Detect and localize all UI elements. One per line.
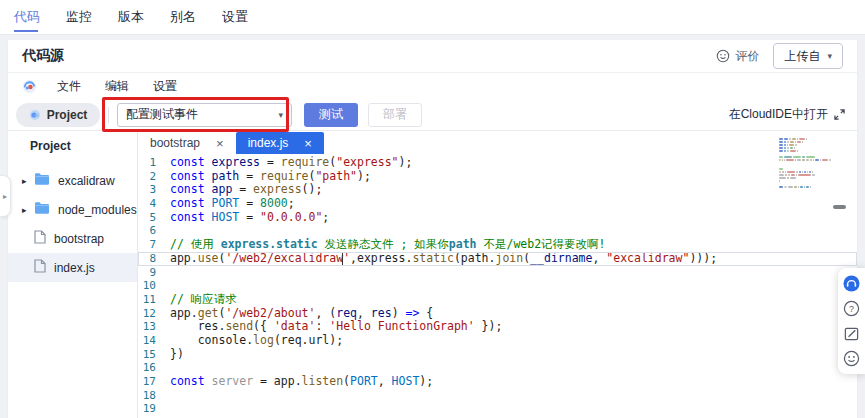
minimap-line: [779, 153, 831, 155]
line-number: 5: [138, 211, 170, 225]
file-icon: [34, 259, 54, 276]
tree-item-bootstrap[interactable]: bootstrap: [8, 224, 137, 253]
rate-button[interactable]: 评价: [716, 48, 759, 65]
minimap-line: [779, 162, 831, 164]
menu-item-设置[interactable]: 设置: [153, 78, 177, 95]
open-in-cloudide-link[interactable]: 在CloudIDE中打开: [729, 106, 847, 123]
editor-tab-label: index.js: [248, 136, 289, 150]
upload-from-button[interactable]: 上传自 ▾: [773, 43, 843, 69]
feedback-icon[interactable]: [843, 325, 860, 342]
code-editor: bootstrap×index.js× 1const express = req…: [138, 132, 857, 418]
tree-item-node_modules[interactable]: ▸node_modules: [8, 195, 137, 224]
tree-item-label: index.js: [54, 261, 95, 275]
project-logo-icon: [29, 109, 41, 121]
line-number: 11: [138, 293, 170, 307]
code-line-7[interactable]: 7// 使用 express.static 发送静态文件 ; 如果你path 不…: [138, 238, 857, 252]
code-line-12[interactable]: 12app.get('/web2/about', (req, res) => {: [138, 307, 857, 321]
line-number: 18: [138, 389, 170, 403]
file-icon: [34, 230, 54, 247]
code-line-15[interactable]: 15}): [138, 348, 857, 362]
help-icon[interactable]: ?: [843, 300, 860, 317]
code-line-16[interactable]: 16: [138, 361, 857, 375]
collapse-arrow-icon: ▸: [3, 192, 7, 201]
minimap-line: [779, 180, 831, 182]
minimap-line: [779, 192, 831, 194]
line-number: 1: [138, 156, 170, 170]
code-line-19[interactable]: 19: [138, 402, 857, 416]
smiley-icon[interactable]: [843, 350, 860, 367]
top-tab-别名[interactable]: 别名: [170, 0, 196, 35]
editor-tab-label: bootstrap: [150, 136, 200, 150]
panel-collapse-handle[interactable]: ▸: [0, 175, 11, 217]
line-number: 9: [138, 266, 170, 280]
test-button[interactable]: 测试: [304, 103, 358, 127]
support-icon[interactable]: [843, 275, 860, 292]
top-tab-监控[interactable]: 监控: [66, 0, 92, 35]
minimap-line: [779, 183, 831, 185]
tree-item-index.js[interactable]: index.js: [8, 253, 137, 282]
close-icon[interactable]: ×: [216, 137, 224, 150]
line-number: 2: [138, 170, 170, 184]
minimap-line: [779, 144, 831, 146]
minimap-line: [779, 177, 831, 179]
tree-item-label: node_modules: [58, 203, 137, 217]
chevron-down-icon: ▾: [278, 110, 283, 120]
svg-text:?: ?: [849, 304, 854, 314]
code-source-card: 代码源 评价 上传自 ▾ 文件编辑设置 Project 配置测试事件 ▾ 测试 …: [8, 40, 857, 418]
tree-expand-icon[interactable]: ▸: [22, 176, 34, 186]
minimap-line: [779, 186, 831, 188]
code-line-5[interactable]: 5const HOST = "0.0.0.0";: [138, 211, 857, 225]
tree-expand-icon[interactable]: ▸: [22, 205, 34, 215]
editor-toolbar: Project 配置测试事件 ▾ 测试 部署 在CloudIDE中打开: [8, 99, 857, 131]
code-line-2[interactable]: 2const path = require("path");: [138, 170, 857, 184]
line-number: 13: [138, 320, 170, 334]
code-line-6[interactable]: 6: [138, 224, 857, 238]
code-line-11[interactable]: 11// 响应请求: [138, 293, 857, 307]
editor-tabbar: bootstrap×index.js×: [138, 132, 857, 154]
code-line-17[interactable]: 17const server = app.listen(PORT, HOST);: [138, 375, 857, 389]
code-line-8[interactable]: 8app.use('/web2/excalidraw',express.stat…: [138, 252, 857, 266]
explorer-title: Project: [8, 132, 137, 156]
smiley-icon: [716, 49, 730, 63]
minimap[interactable]: [779, 138, 831, 195]
code-line-18[interactable]: 18: [138, 389, 857, 403]
minimap-line: [779, 168, 831, 170]
deploy-button[interactable]: 部署: [368, 103, 422, 127]
minimap-line: [779, 171, 831, 173]
line-number: 6: [138, 224, 170, 238]
minimap-line: [779, 174, 831, 176]
menu-item-编辑[interactable]: 编辑: [105, 78, 129, 95]
top-tab-设置[interactable]: 设置: [222, 0, 248, 35]
minimap-line: [779, 150, 831, 152]
tree-item-label: bootstrap: [54, 232, 104, 246]
minimap-line: [779, 159, 831, 161]
top-tab-版本[interactable]: 版本: [118, 0, 144, 35]
divider: [108, 107, 109, 123]
top-tab-代码[interactable]: 代码: [14, 0, 40, 35]
code-line-10[interactable]: 10: [138, 279, 857, 293]
code-line-1[interactable]: 1const express = require("express");: [138, 156, 857, 170]
close-icon[interactable]: ×: [304, 137, 312, 150]
minimap-line: [779, 141, 831, 143]
code-line-3[interactable]: 3const app = express();: [138, 183, 857, 197]
minimap-line: [779, 147, 831, 149]
page-title: 代码源: [22, 47, 64, 65]
code-line-9[interactable]: 9: [138, 266, 857, 280]
rate-label: 评价: [735, 48, 759, 65]
file-tree: ▸excalidraw▸node_modulesbootstrapindex.j…: [8, 166, 137, 282]
project-scope-button[interactable]: Project: [16, 103, 100, 127]
line-number: 19: [138, 402, 170, 416]
test-event-select[interactable]: 配置测试事件 ▾: [117, 103, 292, 127]
scrollbar-thumb[interactable]: [833, 205, 846, 209]
tree-item-excalidraw[interactable]: ▸excalidraw: [8, 166, 137, 195]
line-number: 16: [138, 361, 170, 375]
code-line-4[interactable]: 4const PORT = 8000;: [138, 197, 857, 211]
editor-tab-index.js[interactable]: index.js×: [236, 132, 324, 154]
chevron-down-icon: ▾: [827, 51, 832, 61]
code-line-13[interactable]: 13 res.send({ 'data': 'Hello FunctionGra…: [138, 320, 857, 334]
code-line-14[interactable]: 14 console.log(req.url);: [138, 334, 857, 348]
editor-tab-bootstrap[interactable]: bootstrap×: [138, 132, 236, 154]
folder-icon: [34, 201, 58, 218]
code-area[interactable]: 1const express = require("express");2con…: [138, 154, 857, 416]
menu-item-文件[interactable]: 文件: [57, 78, 81, 95]
